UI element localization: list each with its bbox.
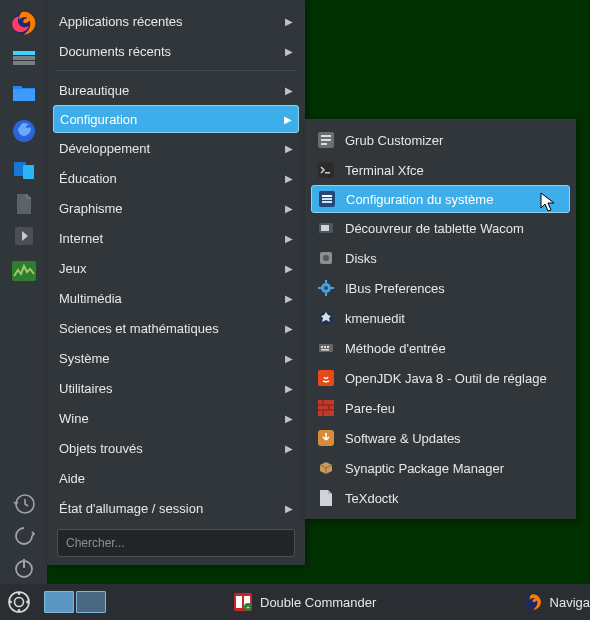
refresh-icon[interactable] [0,520,47,552]
menu-recent-docs[interactable]: Documents récents ▶ [47,36,305,66]
svg-rect-37 [327,346,329,348]
task-double-commander[interactable]: + Double Commander [224,587,386,617]
submenu-software-updates[interactable]: Software & Updates [305,423,576,453]
chevron-right-icon: ▶ [283,293,293,304]
chevron-right-icon: ▶ [283,16,293,27]
configuration-submenu: Grub Customizer Terminal Xfce Configurat… [305,119,576,519]
submenu-openjdk[interactable]: OpenJDK Java 8 - Outil de réglage [305,363,576,393]
submenu-label: IBus Preferences [345,281,445,296]
files-icon[interactable] [0,74,47,112]
submenu-label: Grub Customizer [345,133,443,148]
menu-label: Configuration [60,112,282,127]
web-browser-icon[interactable] [0,112,47,150]
chevron-right-icon: ▶ [283,46,293,57]
submenu-texdoctk[interactable]: TeXdoctk [305,483,576,513]
firewall-icon [317,399,335,417]
submenu-label: OpenJDK Java 8 - Outil de réglage [345,371,547,386]
submenu-ibus[interactable]: IBus Preferences [305,273,576,303]
forward-icon[interactable] [0,220,47,252]
settings-icon [318,190,336,208]
submenu-label: Méthode d'entrée [345,341,446,356]
menu-cat-internet[interactable]: Internet▶ [47,223,305,253]
chevron-right-icon: ▶ [283,143,293,154]
svg-text:+: + [246,604,250,610]
svg-rect-1 [13,51,35,55]
svg-point-28 [324,286,328,290]
menu-cat-bureautique[interactable]: Bureautique▶ [47,75,305,105]
menu-cat-systeme[interactable]: Système▶ [47,343,305,373]
submenu-label: Disks [345,251,377,266]
menu-cat-education[interactable]: Éducation▶ [47,163,305,193]
workspace-thumb [76,591,106,613]
submenu-label: Terminal Xfce [345,163,424,178]
submenu-kmenuedit[interactable]: kmenuedit [305,303,576,333]
chevron-right-icon: ▶ [283,443,293,454]
taskbar: + Double Commander Naviga [0,584,590,620]
svg-point-52 [26,601,29,604]
tablet-icon [317,219,335,237]
package-icon [317,459,335,477]
menu-label: Éducation [59,171,283,186]
menu-cat-lostfound[interactable]: Objets trouvés▶ [47,433,305,463]
activity-launcher [0,0,47,584]
svg-rect-36 [324,346,326,348]
menu-label: Applications récentes [59,14,283,29]
system-monitor-icon[interactable] [0,252,47,290]
submenu-wacom[interactable]: Découvreur de tablette Wacom [305,213,576,243]
submenu-firewall[interactable]: Pare-feu [305,393,576,423]
submenu-label: Découvreur de tablette Wacom [345,221,524,236]
svg-point-49 [18,592,21,595]
chevron-right-icon: ▶ [283,353,293,364]
menu-cat-developpement[interactable]: Développement▶ [47,133,305,163]
application-menu: Applications récentes ▶ Documents récent… [47,0,305,565]
svg-point-26 [323,255,329,261]
menu-label: Jeux [59,261,283,276]
submenu-label: Pare-feu [345,401,395,416]
grub-icon [317,131,335,149]
search-input[interactable] [57,529,295,557]
menu-cat-session[interactable]: État d'allumage / session▶ [47,493,305,523]
submenu-system-settings[interactable]: Configuration du système [311,185,570,213]
menu-cat-utilitaires[interactable]: Utilitaires▶ [47,373,305,403]
svg-rect-29 [325,280,327,283]
firefox-icon [524,593,542,611]
menu-cat-configuration[interactable]: Configuration▶ [53,105,299,133]
workspace-thumb [44,591,74,613]
power-icon[interactable] [0,552,47,584]
document-icon[interactable] [0,188,47,220]
menu-label: Wine [59,411,283,426]
menu-cat-sciences[interactable]: Sciences et mathématiques▶ [47,313,305,343]
submenu-synaptic[interactable]: Synaptic Package Manager [305,453,576,483]
menu-cat-aide[interactable]: Aide [47,463,305,493]
double-commander-icon: + [234,593,252,611]
firefox-icon[interactable] [0,4,47,42]
svg-point-47 [9,592,29,612]
submenu-label: Configuration du système [346,192,493,207]
app-launcher-button[interactable] [0,584,38,620]
menu-recent-apps[interactable]: Applications récentes ▶ [47,6,305,36]
kde-connect-icon[interactable] [0,150,47,188]
menu-cat-jeux[interactable]: Jeux▶ [47,253,305,283]
menu-separator [57,70,295,71]
svg-rect-35 [321,346,323,348]
chevron-right-icon: ▶ [283,85,293,96]
menu-cat-wine[interactable]: Wine▶ [47,403,305,433]
task-firefox[interactable]: Naviga [514,587,590,617]
svg-rect-12 [23,559,25,568]
svg-rect-4 [13,89,35,101]
activity-indicator-icon[interactable] [0,42,47,74]
submenu-grub-customizer[interactable]: Grub Customizer [305,125,576,155]
chevron-right-icon: ▶ [283,263,293,274]
menu-cat-graphisme[interactable]: Graphisme▶ [47,193,305,223]
svg-rect-7 [23,165,34,179]
svg-rect-18 [325,172,330,174]
menu-cat-multimedia[interactable]: Multimédia▶ [47,283,305,313]
task-preview[interactable] [40,588,110,616]
submenu-terminal-xfce[interactable]: Terminal Xfce [305,155,576,185]
svg-rect-30 [325,293,327,296]
svg-rect-38 [321,349,329,351]
submenu-disks[interactable]: Disks [305,243,576,273]
menu-label: Aide [59,471,293,486]
history-icon[interactable] [0,488,47,520]
submenu-input-method[interactable]: Méthode d'entrée [305,333,576,363]
